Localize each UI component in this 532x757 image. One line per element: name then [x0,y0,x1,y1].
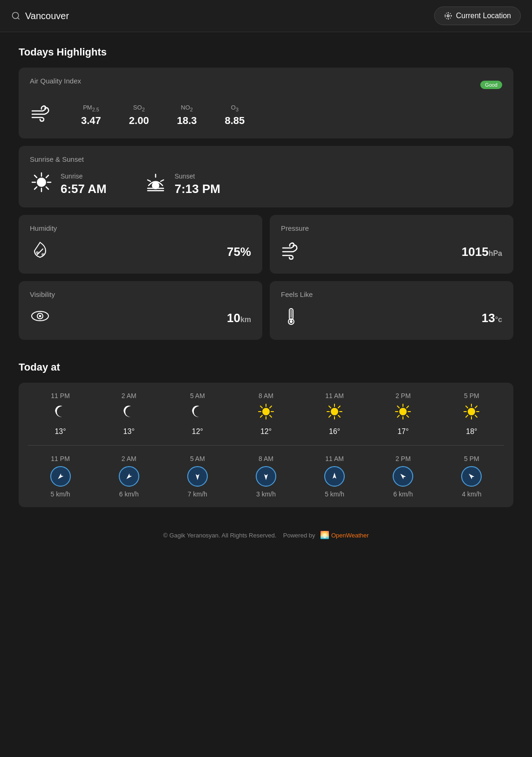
current-location-button[interactable]: Current Location [434,7,521,25]
svg-marker-73 [333,473,336,479]
aqi-label: Air Quality Index [30,77,81,85]
hourly-scroll: 11 PM 13° 2 AM 13° 5 AM 12° 8 AM 12° 11 … [19,383,513,507]
hourly-wind-item: 5 AM 7 km/h [165,455,230,498]
wind-direction-icon [256,466,276,487]
wind-direction-icon [461,466,482,487]
thermometer-icon [281,306,301,330]
temp-hourly-grid: 11 PM 13° 2 AM 13° 5 AM 12° 8 AM 12° 11 … [28,392,504,436]
svg-line-22 [161,180,164,181]
wind-hour-time: 8 AM [259,455,273,462]
svg-marker-69 [56,474,63,481]
svg-line-47 [329,406,331,408]
pressure-card: Pressure 1015hPa [270,215,513,274]
svg-point-8 [37,178,46,187]
temp-value: 13° [55,427,66,436]
wind-speed: 6 km/h [393,490,413,498]
sunset-info: Sunset 7:13 PM [175,172,220,196]
sun-weather-icon [258,403,274,424]
moon-weather-icon [189,403,206,424]
svg-point-25 [41,253,44,256]
aqi-pm25: PM2.5 3.47 [81,104,101,127]
aqi-o3: O3 8.85 [225,104,245,127]
hourly-temp-item: 11 AM 16° [302,392,367,436]
hourly-wind-item: 11 AM 5 km/h [302,455,367,498]
visibility-icon [30,306,50,330]
svg-line-67 [475,406,477,408]
svg-line-58 [407,406,409,408]
sunrise-icon [30,171,53,198]
sunset-item: Sunset 7:13 PM [144,171,220,198]
wind-direction-icon [50,466,71,487]
wind-hour-time: 5 PM [464,455,479,462]
main-content: Todays Highlights Air Quality Index Good… [0,32,532,521]
header: Vancouver Current Location [0,0,532,32]
aqi-so2: SO2 2.00 [129,104,149,127]
humidity-metric: 75% [30,240,251,264]
humidity-card: Humidity 75% [19,215,262,274]
aqi-content: PM2.5 3.47 SO2 2.00 NO2 18.3 O3 8.85 [30,102,502,129]
hour-time: 2 AM [122,392,136,399]
hourly-wind-item: 2 AM 6 km/h [96,455,161,498]
temp-value: 18° [466,427,477,436]
footer: © Gagik Yeranosyan. All Rights Reserved.… [0,521,532,549]
pressure-value: 1015hPa [462,245,502,259]
sun-content: Sunrise 6:57 AM S [30,171,502,198]
sunrise-time: 6:57 AM [61,182,107,196]
wind-direction-icon [393,466,413,487]
svg-line-50 [329,415,331,417]
humidity-icon [30,240,50,264]
svg-line-65 [466,406,468,408]
sunrise-info: Sunrise 6:57 AM [61,172,107,196]
svg-point-33 [262,408,270,415]
pressure-label: Pressure [281,224,502,232]
feels-like-card: Feels Like 13°c [270,281,513,340]
sun-weather-icon [326,403,343,424]
svg-point-32 [290,320,293,323]
feels-like-label: Feels Like [281,290,502,298]
svg-point-51 [399,408,407,415]
feels-like-value: 13°c [482,311,502,325]
aqi-card: Air Quality Index Good PM2.5 3.47 SO2 2.… [19,68,513,138]
humidity-pressure-row: Humidity 75% Pressure [19,215,513,281]
today-section: Today at 11 PM 13° 2 AM 13° 5 AM 12° 8 A… [19,361,513,507]
hourly-temp-item: 8 AM 12° [233,392,298,436]
feels-like-metric: 13°c [281,306,502,330]
hour-time: 2 PM [396,392,411,399]
wind-speed: 5 km/h [325,490,344,498]
wind-speed: 5 km/h [51,490,70,498]
svg-marker-74 [399,473,406,480]
copyright: © Gagik Yeranosyan. All Rights Reserved. [163,532,276,539]
hour-time: 5 PM [464,392,479,399]
wind-hour-time: 2 PM [396,455,411,462]
search-icon [11,11,20,21]
search-area: Vancouver [11,11,69,21]
svg-line-68 [466,415,468,417]
svg-point-3 [445,13,451,19]
humidity-value: 75% [227,245,251,259]
moon-weather-icon [52,403,69,424]
hourly-temp-item: 5 PM 18° [439,392,504,436]
sun-card: Sunrise & Sunset [19,146,513,207]
aqi-metrics: PM2.5 3.47 SO2 2.00 NO2 18.3 O3 8.85 [81,104,245,127]
divider [28,445,504,446]
svg-line-40 [270,406,272,408]
wind-speed: 7 km/h [188,490,207,498]
wind-hour-time: 2 AM [122,455,136,462]
humidity-label: Humidity [30,224,251,232]
svg-point-2 [447,15,449,17]
visibility-value: 10km [227,311,251,325]
svg-line-14 [46,187,48,189]
temp-value: 16° [329,427,340,436]
svg-point-42 [331,408,338,415]
svg-point-28 [39,315,41,317]
temp-value: 13° [123,427,135,436]
svg-line-15 [46,175,48,178]
wind-speed: 6 km/h [119,490,139,498]
svg-line-57 [407,415,409,417]
brand-name: OpenWeather [331,532,369,539]
temp-value: 17° [397,427,409,436]
aqi-no2: NO2 18.3 [177,104,197,127]
hour-time: 8 AM [259,392,273,399]
wind-direction-icon [119,466,139,487]
location-btn-label: Current Location [456,12,511,20]
